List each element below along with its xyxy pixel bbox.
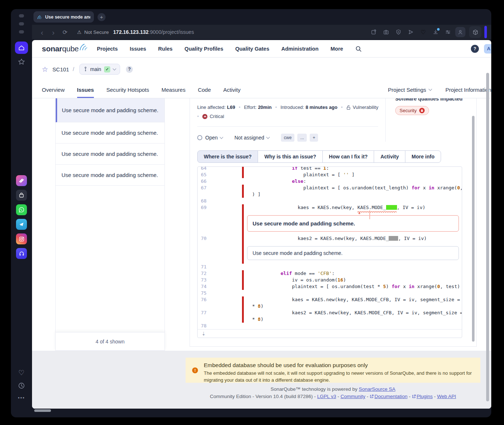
favorites-star-icon[interactable] — [17, 58, 25, 66]
nav-item-rules[interactable]: Rules — [158, 46, 173, 52]
nav-item-more[interactable]: More — [330, 46, 343, 52]
line-number[interactable]: 77 — [198, 310, 242, 316]
nav-item-issues[interactable]: Issues — [130, 46, 146, 52]
horizontal-scrollbar[interactable] — [34, 409, 51, 412]
assignee-dropdown[interactable]: Not assigned — [234, 135, 269, 141]
profile-icon[interactable] — [455, 27, 465, 37]
sliders-icon[interactable] — [443, 27, 453, 37]
line-number[interactable]: 64 — [198, 166, 242, 172]
page-scrollbar[interactable] — [486, 73, 489, 401]
more-options-icon[interactable]: ••• — [18, 395, 25, 401]
line-number[interactable]: 67 — [198, 185, 242, 191]
documentation-link[interactable]: Documentation — [374, 394, 408, 399]
project-name[interactable]: SC101 — [52, 66, 69, 72]
detail-scrollbar[interactable] — [472, 116, 475, 342]
window-control-dot[interactable] — [19, 30, 24, 34]
line-number[interactable]: 71 — [198, 264, 242, 270]
issue-list-item[interactable]: Use secure mode and padding scheme. — [56, 143, 164, 165]
project-settings-menu[interactable]: Project Settings — [388, 87, 432, 93]
favorite-heart-icon[interactable]: ♡ — [418, 27, 428, 37]
back-icon[interactable]: ‹ — [36, 28, 48, 36]
whatsapp-icon[interactable] — [16, 204, 27, 215]
line-number[interactable]: 73 — [198, 277, 242, 283]
tab-why-is-this-an-issue[interactable]: Why is this an issue? — [258, 150, 322, 163]
camera-icon[interactable] — [381, 27, 391, 37]
tab-where-is-the-issue[interactable]: Where is the issue? — [197, 150, 258, 163]
line-number[interactable]: 70 — [198, 235, 242, 242]
line-number[interactable]: 68 — [198, 198, 242, 204]
home-button[interactable] — [15, 42, 28, 54]
shopping-bag-icon[interactable] — [16, 190, 27, 201]
line-number[interactable]: 65 — [198, 172, 242, 178]
shield-x-icon[interactable] — [393, 27, 404, 37]
url-text[interactable]: 172.16.123.132:9000/project/issues — [113, 29, 194, 35]
history-clock-icon[interactable] — [18, 382, 25, 389]
branch-selector[interactable]: main ✓ — [79, 64, 120, 75]
window-controls[interactable] — [19, 14, 24, 34]
tag-cwe[interactable]: cwe — [281, 134, 294, 142]
heart-icon[interactable]: ♡ — [18, 369, 24, 376]
issue-message-box[interactable]: Use secure mode and padding scheme. — [247, 246, 459, 260]
line-number[interactable]: 78 — [198, 323, 242, 329]
tab-code[interactable]: Code — [198, 87, 211, 98]
nav-item-quality-profiles[interactable]: Quality Profiles — [184, 46, 223, 52]
send-icon[interactable] — [406, 27, 416, 37]
window-control-dot[interactable] — [19, 14, 24, 17]
issue-list-item[interactable]: Use secure mode and padding scheme. — [56, 122, 164, 143]
forward-icon[interactable]: › — [48, 28, 59, 36]
security-quality-badge[interactable]: Security — [395, 106, 429, 115]
tab-issues[interactable]: Issues — [77, 87, 94, 98]
tab-security-hotspots[interactable]: Security Hotspots — [106, 87, 149, 98]
download-icon[interactable] — [430, 27, 441, 37]
instagram-icon[interactable] — [16, 233, 27, 244]
line-number[interactable]: 76 — [198, 296, 242, 303]
lgpl-link[interactable]: LGPL v3 — [317, 394, 336, 399]
headphones-icon[interactable] — [16, 248, 27, 259]
browser-chrome: Use secure mode and pa + ‹ › ⟳ ⚠ Not Sec… — [32, 9, 491, 40]
nav-item-projects[interactable]: Projects — [97, 46, 118, 52]
chevron-down-icon — [113, 67, 116, 70]
issue-list-item[interactable]: Use secure mode and padding scheme. — [56, 165, 164, 186]
not-secure-indicator[interactable]: ⚠ Not Secure — [77, 29, 109, 35]
edit-icon[interactable] — [369, 27, 379, 37]
gradient-app-icon[interactable] — [16, 175, 27, 186]
tab-overview[interactable]: Overview — [42, 87, 65, 98]
line-number[interactable]: 66 — [198, 178, 242, 185]
line-number[interactable]: 75 — [198, 290, 242, 296]
line-number[interactable]: 69 — [198, 204, 242, 211]
issue-highlight-range[interactable]: KAES.MODE_ — [357, 204, 397, 211]
nav-item-administration[interactable]: Administration — [281, 46, 318, 52]
search-icon[interactable] — [355, 46, 362, 52]
browser-tab[interactable]: Use secure mode and pa — [33, 11, 94, 23]
branch-help-icon[interactable]: ? — [126, 66, 133, 73]
tag-add-button[interactable]: + — [310, 134, 318, 142]
tab-more-info[interactable]: More info — [405, 150, 441, 163]
telegram-icon[interactable] — [16, 219, 27, 230]
tab-activity[interactable]: Activity — [374, 150, 405, 163]
help-button[interactable]: ? — [471, 45, 479, 53]
expand-lines-button[interactable]: ⇣ — [198, 329, 462, 338]
line-number[interactable]: 72 — [198, 270, 242, 277]
user-avatar[interactable]: A — [484, 44, 491, 54]
tab-measures[interactable]: Measures — [162, 87, 186, 98]
tab-how-can-i-fix-it[interactable]: How can I fix it? — [322, 150, 374, 163]
webapi-link[interactable]: Web API — [437, 394, 456, 399]
nav-item-quality-gates[interactable]: Quality Gates — [235, 46, 269, 52]
reload-icon[interactable]: ⟳ — [59, 29, 71, 36]
issue-list-item-selected[interactable]: Use secure mode and padding scheme. — [56, 98, 164, 122]
sonarqube-logo[interactable]: sonarqube — [42, 44, 89, 53]
status-dropdown[interactable]: Open — [197, 135, 223, 141]
plugins-link[interactable]: Plugins — [417, 394, 433, 399]
tab-activity[interactable]: Activity — [223, 87, 241, 98]
extensions-cube-icon[interactable] — [469, 26, 481, 38]
issue-message-box-selected[interactable]: Use secure mode and padding scheme. — [247, 215, 459, 232]
community-link[interactable]: Community — [341, 394, 365, 399]
warning-title: Embedded database should be used for eva… — [204, 362, 474, 369]
new-tab-button[interactable]: + — [98, 13, 106, 21]
sonarsource-link[interactable]: SonarSource SA — [359, 386, 396, 392]
window-control-dot[interactable] — [19, 22, 24, 25]
line-number[interactable]: 74 — [198, 283, 242, 290]
favorite-star-icon[interactable]: ☆ — [42, 65, 48, 74]
project-information-link[interactable]: Project Information — [445, 87, 491, 93]
tag-more[interactable]: ... — [297, 134, 307, 142]
